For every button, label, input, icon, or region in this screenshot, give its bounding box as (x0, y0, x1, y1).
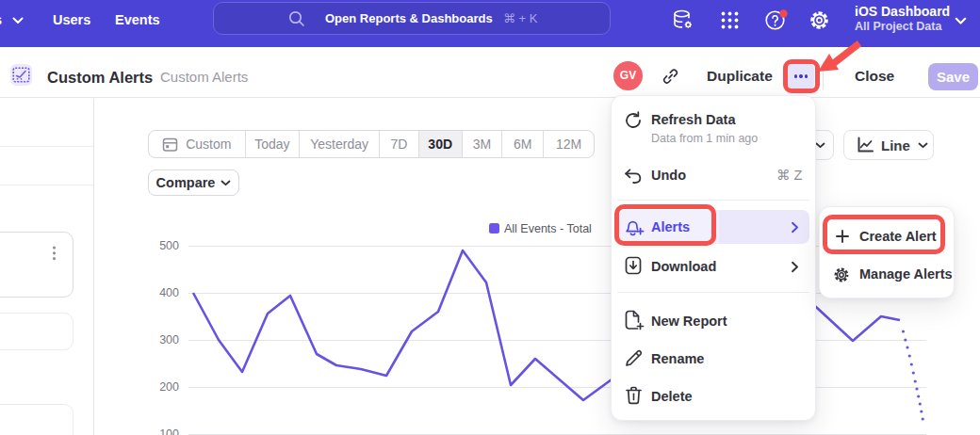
svg-text:500: 500 (159, 239, 179, 252)
svg-text:300: 300 (159, 333, 179, 346)
svg-text:400: 400 (159, 286, 179, 299)
svg-text:200: 200 (159, 380, 179, 394)
svg-text:100: 100 (159, 427, 179, 435)
